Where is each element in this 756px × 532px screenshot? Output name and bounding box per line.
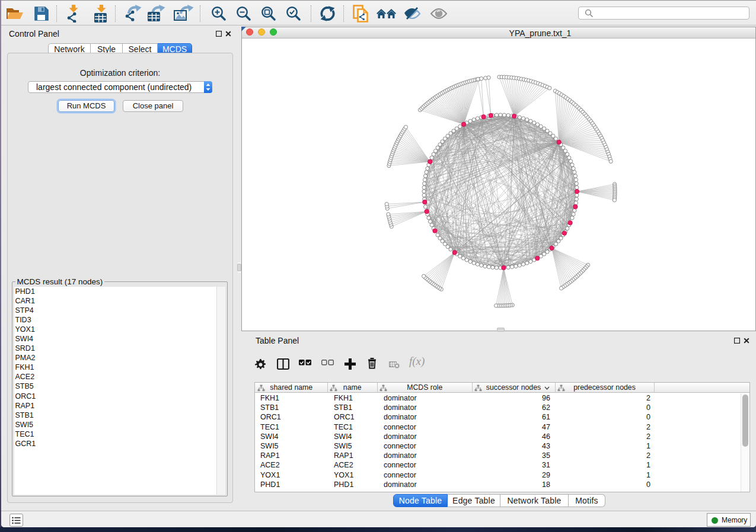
svg-text:f(x): f(x): [409, 356, 425, 368]
